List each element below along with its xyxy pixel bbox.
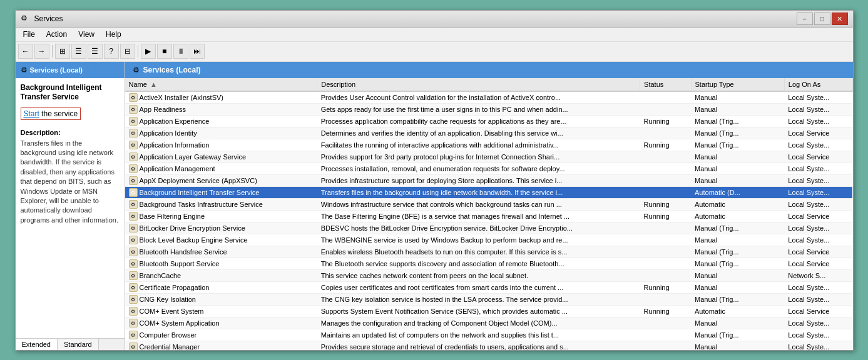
- content-area: ⚙ Services (Local) Name ▲ Description St…: [125, 62, 853, 350]
- service-startup-cell: Manual: [691, 234, 784, 246]
- service-desc-cell: Determines and verifies the identity of …: [317, 127, 640, 139]
- service-logon-cell: Local Service: [784, 210, 852, 222]
- service-startup-cell: Manual: [691, 269, 784, 281]
- service-name-cell: ⚙Computer Browser: [125, 329, 317, 341]
- tab-standard[interactable]: Standard: [58, 339, 99, 350]
- col-name[interactable]: Name ▲: [125, 78, 317, 91]
- restart-button[interactable]: ⏭: [190, 44, 205, 59]
- service-startup-cell: Manual (Trig...: [691, 127, 784, 139]
- console-button[interactable]: ⊟: [120, 44, 135, 59]
- title-bar-left: ⚙ Services: [21, 14, 63, 24]
- table-row[interactable]: ⚙Application Layer Gateway ServiceProvid…: [125, 151, 853, 162]
- service-status-cell: Running: [640, 198, 691, 210]
- description-text: Transfers files in the background using …: [21, 139, 120, 226]
- service-name-cell: ⚙Application Information: [125, 139, 317, 151]
- col-logon[interactable]: Log On As: [784, 78, 852, 91]
- service-desc-cell: The CNG key isolation service is hosted …: [317, 293, 640, 305]
- forward-button[interactable]: →: [34, 44, 49, 59]
- table-row[interactable]: ⚙ActiveX Installer (AxInstSV)Provides Us…: [125, 91, 853, 104]
- service-logon-cell: Local Service: [784, 127, 852, 139]
- service-desc-cell: Supports System Event Notification Servi…: [317, 305, 640, 317]
- minimize-button[interactable]: −: [797, 12, 813, 25]
- table-row[interactable]: ⚙Computer BrowserMaintains an updated li…: [125, 329, 853, 341]
- service-desc-cell: Processes installation, removal, and enu…: [317, 162, 640, 174]
- sidebar: ⚙ Services (Local) Background Intelligen…: [16, 62, 125, 350]
- service-status-cell: [640, 246, 691, 258]
- table-row[interactable]: ⚙Bluetooth Support ServiceThe Bluetooth …: [125, 258, 853, 269]
- help-button[interactable]: ?: [104, 44, 119, 59]
- service-logon-cell: Local Service: [784, 305, 852, 317]
- services-table[interactable]: Name ▲ Description Status Startup Type L…: [125, 78, 853, 350]
- menu-file[interactable]: File: [18, 29, 40, 40]
- service-startup-cell: Manual (Trig...: [691, 115, 784, 127]
- service-desc-cell: Copies user certificates and root certif…: [317, 281, 640, 293]
- table-row[interactable]: ⚙Application ExperienceProcesses applica…: [125, 115, 853, 127]
- properties-button[interactable]: ☰: [88, 44, 103, 59]
- table-row[interactable]: ⚙Base Filtering EngineThe Base Filtering…: [125, 210, 853, 222]
- service-logon-cell: Local Service: [784, 246, 852, 258]
- service-status-cell: [640, 317, 691, 329]
- menu-help[interactable]: Help: [101, 29, 126, 40]
- back-button[interactable]: ←: [18, 44, 33, 59]
- service-startup-cell: Manual: [691, 91, 784, 104]
- up-button[interactable]: ⊞: [55, 44, 70, 59]
- service-desc-cell: Provides User Account Control validation…: [317, 91, 640, 104]
- service-logon-cell: Local Syste...: [784, 222, 852, 234]
- table-row[interactable]: ⚙Background Tasks Infrastructure Service…: [125, 198, 853, 210]
- stop-button[interactable]: ■: [157, 44, 172, 59]
- service-logon-cell: Local Syste...: [784, 341, 852, 350]
- table-row[interactable]: ⚙Background Intelligent Transfer Service…: [125, 186, 853, 198]
- service-logon-cell: Local Syste...: [784, 317, 852, 329]
- start-link-box: Start the service: [21, 108, 81, 120]
- pause-button[interactable]: ⏸: [173, 44, 188, 59]
- service-logon-cell: Local Syste...: [784, 115, 852, 127]
- menu-action[interactable]: Action: [41, 29, 72, 40]
- table-row[interactable]: ⚙CNG Key IsolationThe CNG key isolation …: [125, 293, 853, 305]
- service-status-cell: Running: [640, 115, 691, 127]
- tab-extended[interactable]: Extended: [16, 339, 58, 350]
- table-row[interactable]: ⚙BitLocker Drive Encryption ServiceBDESV…: [125, 222, 853, 234]
- service-name-cell: ⚙COM+ System Application: [125, 317, 317, 329]
- table-row[interactable]: ⚙Application InformationFacilitates the …: [125, 139, 853, 151]
- service-name-cell: ⚙Credential Manager: [125, 341, 317, 350]
- col-status[interactable]: Status: [640, 78, 691, 91]
- table-row[interactable]: ⚙COM+ Event SystemSupports System Event …: [125, 305, 853, 317]
- service-startup-cell: Manual (Trig...: [691, 258, 784, 269]
- table-row[interactable]: ⚙Credential ManagerProvides secure stora…: [125, 341, 853, 350]
- start-link[interactable]: Start: [24, 109, 39, 118]
- service-startup-cell: Manual: [691, 174, 784, 186]
- table-row[interactable]: ⚙App ReadinessGets apps ready for use th…: [125, 103, 853, 115]
- table-row[interactable]: ⚙COM+ System ApplicationManages the conf…: [125, 317, 853, 329]
- service-desc-cell: Facilitates the running of interactive a…: [317, 139, 640, 151]
- services-window: ⚙ Services − □ ✕ File Action View Help ←…: [15, 10, 854, 351]
- service-desc-cell: Maintains an updated list of computers o…: [317, 329, 640, 341]
- service-name-cell: ⚙BranchCache: [125, 269, 317, 281]
- show-hide-button[interactable]: ☰: [71, 44, 86, 59]
- service-startup-cell: Manual: [691, 281, 784, 293]
- toolbar: ← → ⊞ ☰ ☰ ? ⊟ ▶ ■ ⏸ ⏭: [16, 42, 853, 62]
- table-row[interactable]: ⚙Bluetooth Handsfree ServiceEnables wire…: [125, 246, 853, 258]
- service-status-cell: [640, 222, 691, 234]
- service-startup-cell: Manual (Trig...: [691, 222, 784, 234]
- table-row[interactable]: ⚙Block Level Backup Engine ServiceThe WB…: [125, 234, 853, 246]
- table-row[interactable]: ⚙Certificate PropagationCopies user cert…: [125, 281, 853, 293]
- table-row[interactable]: ⚙BranchCacheThis service caches network …: [125, 269, 853, 281]
- service-desc-cell: Processes application compatibility cach…: [317, 115, 640, 127]
- service-desc-cell: Windows infrastructure service that cont…: [317, 198, 640, 210]
- service-desc-cell: Gets apps ready for use the first time a…: [317, 103, 640, 115]
- table-row[interactable]: ⚙Application IdentityDetermines and veri…: [125, 127, 853, 139]
- close-button[interactable]: ✕: [832, 12, 848, 25]
- sidebar-content: Background Intelligent Transfer Service …: [16, 78, 125, 338]
- play-button[interactable]: ▶: [141, 44, 156, 59]
- table-row[interactable]: ⚙Application ManagementProcesses install…: [125, 162, 853, 174]
- toolbar-separator-2: [138, 45, 138, 58]
- service-status-cell: Running: [640, 281, 691, 293]
- service-name-cell: ⚙Application Experience: [125, 115, 317, 127]
- service-status-cell: [640, 151, 691, 162]
- menu-view[interactable]: View: [73, 29, 100, 40]
- maximize-button[interactable]: □: [814, 12, 830, 25]
- col-description[interactable]: Description: [317, 78, 640, 91]
- table-row[interactable]: ⚙AppX Deployment Service (AppXSVC)Provid…: [125, 174, 853, 186]
- service-logon-cell: Local Syste...: [784, 234, 852, 246]
- col-startup[interactable]: Startup Type: [691, 78, 784, 91]
